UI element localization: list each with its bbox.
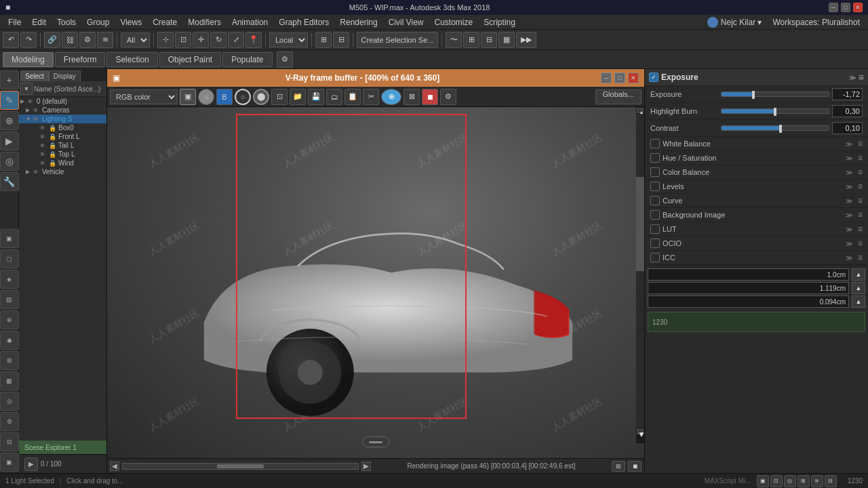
dope-sheet-button[interactable]: ⊞	[463, 32, 479, 48]
levels-checkbox[interactable]	[650, 182, 660, 191]
icc-menu[interactable]: ≡	[858, 253, 863, 262]
hscroll-left[interactable]: ◀	[110, 462, 119, 471]
contrast-value[interactable]: 0,10	[832, 122, 863, 134]
scene-tree[interactable]: ▶ 👁 0 (default) ▶ 👁 Cameras ▼ 👁 Lighting…	[19, 97, 106, 441]
menu-create[interactable]: Create	[147, 16, 182, 28]
select-region-button[interactable]: ⊡	[175, 32, 191, 48]
vray-titlebar[interactable]: ▣ V-Ray frame buffer - [400% of 640 x 36…	[107, 69, 644, 87]
curve-editor-button[interactable]: 〜	[446, 32, 462, 48]
close-button[interactable]: ✕	[853, 3, 863, 12]
vray-btn-10[interactable]: 📋	[344, 89, 361, 105]
vray-btn-11[interactable]: ✂	[363, 89, 379, 105]
move-button[interactable]: ✛	[193, 32, 209, 48]
tree-item-wind[interactable]: 👁 🔒 Wind	[19, 159, 106, 167]
extra-btn-4[interactable]: ▤	[0, 290, 19, 309]
minimize-button[interactable]: ─	[829, 3, 838, 12]
eye-icon-top[interactable]: 👁	[39, 151, 47, 158]
scroll-track[interactable]	[636, 114, 644, 428]
menu-graph-editors[interactable]: Graph Editors	[273, 16, 334, 28]
eye-icon-wind[interactable]: 👁	[39, 160, 47, 167]
prop-spinner-3-up[interactable]: ▲	[852, 296, 865, 308]
modify-icon[interactable]: ✎	[0, 91, 19, 110]
tree-item-0-default[interactable]: ▶ 👁 0 (default)	[19, 97, 106, 106]
menu-tools[interactable]: Tools	[52, 16, 81, 28]
eye-icon-0[interactable]: 👁	[27, 98, 35, 105]
scale-button[interactable]: ⤢	[228, 32, 244, 48]
vray-btn-8[interactable]: 💾	[308, 89, 324, 105]
tab-populate[interactable]: Populate	[222, 52, 272, 67]
tab-selection[interactable]: Selection	[106, 52, 157, 67]
menu-animation[interactable]: Animation	[226, 16, 273, 28]
extra-btn-3[interactable]: ◈	[0, 270, 19, 289]
hue-saturation-expand[interactable]: ≫	[846, 155, 852, 162]
background-image-menu[interactable]: ≡	[858, 210, 863, 220]
white-balance-checkbox[interactable]	[650, 139, 660, 148]
menu-user[interactable]: Nejc Kilar ▾	[702, 16, 768, 29]
vray-minimize-button[interactable]: ─	[601, 73, 612, 83]
more-button[interactable]: ▶▶	[516, 32, 536, 48]
contrast-slider[interactable]	[721, 125, 829, 131]
extra-btn-5[interactable]: ⊕	[0, 310, 19, 329]
white-balance-expand[interactable]: ≫	[846, 140, 852, 148]
prop-value-1[interactable]: 1.0cm	[648, 268, 849, 281]
tree-item-cameras[interactable]: ▶ 👁 Cameras	[19, 106, 106, 115]
render-options-btn[interactable]: ⊞	[612, 461, 625, 472]
extra-btn-1[interactable]: ▣	[0, 229, 19, 248]
display-icon[interactable]: ◎	[0, 152, 19, 171]
prop-spinner-2-up[interactable]: ▲	[852, 282, 865, 294]
color-balance-checkbox[interactable]	[650, 167, 660, 177]
extra-btn-2[interactable]: ▢	[0, 249, 19, 268]
tree-item-lighting[interactable]: ▼ 👁 Lighting S	[19, 115, 106, 123]
select-object-button[interactable]: ⊹	[157, 32, 174, 48]
scene-explorer[interactable]: Scene Explorer 1	[19, 441, 106, 454]
color-mode-select[interactable]: RGB color	[110, 89, 178, 104]
create-selection-button[interactable]: Create Selection Se...	[357, 32, 438, 48]
extra-btn-12[interactable]: ▣	[0, 453, 19, 472]
ocio-expand[interactable]: ≫	[846, 240, 852, 247]
settings-button[interactable]: ⚙	[277, 52, 293, 68]
vray-btn-3[interactable]: B	[216, 89, 233, 105]
tab-object-paint[interactable]: Object Paint	[159, 52, 221, 67]
render-stop-btn[interactable]: ⏹	[628, 461, 642, 472]
status-btn-3[interactable]: ◎	[784, 475, 796, 487]
levels-menu[interactable]: ≡	[858, 182, 863, 191]
levels-expand[interactable]: ≫	[846, 183, 852, 190]
redo-button[interactable]: ↷	[20, 32, 37, 48]
vray-btn-5[interactable]: ⬤	[253, 89, 269, 105]
color-balance-expand[interactable]: ≫	[846, 169, 852, 176]
extra-btn-10[interactable]: ⚙	[0, 412, 19, 431]
extra-btn-7[interactable]: ⊞	[0, 351, 19, 370]
background-image-checkbox[interactable]	[650, 210, 660, 220]
layers-button[interactable]: ⊟	[481, 32, 497, 48]
menu-file[interactable]: File	[3, 16, 26, 28]
highlight-burn-slider[interactable]	[721, 108, 829, 114]
spacewarp-button[interactable]: ≋	[97, 32, 113, 48]
eye-icon-cameras[interactable]: 👁	[33, 107, 41, 114]
unlink-button[interactable]: ⛓	[62, 32, 78, 48]
vray-btn-12[interactable]: ⊕	[381, 89, 401, 105]
horizontal-scrollbar[interactable]	[122, 463, 359, 470]
hscroll-right[interactable]: ▶	[361, 462, 371, 471]
tab-select[interactable]: Select	[20, 70, 49, 81]
ribbon-button[interactable]: ▦	[498, 32, 515, 48]
vray-btn-1[interactable]: ▣	[180, 89, 196, 105]
create-icon[interactable]: +	[0, 70, 19, 89]
color-swatch[interactable]: 1230	[648, 312, 865, 332]
menu-scripting[interactable]: Scripting	[478, 16, 521, 28]
tab-modeling[interactable]: Modeling	[3, 52, 54, 67]
status-btn-6[interactable]: ⊟	[825, 475, 837, 487]
viewport-area[interactable]: 人人素材社区 人人素材社区 人人素材社区 人人素材社区 人人素材社区 人人素材社…	[107, 107, 644, 458]
placement-button[interactable]: 📍	[245, 32, 262, 48]
hue-saturation-checkbox[interactable]	[650, 153, 660, 163]
tree-item-vehicle[interactable]: ▶ 👁 Vehicle	[19, 167, 106, 176]
menu-views[interactable]: Views	[115, 16, 147, 28]
extra-btn-6[interactable]: ◉	[0, 331, 19, 350]
prop-value-3[interactable]: 0.094cm	[648, 296, 849, 308]
status-btn-5[interactable]: ≋	[811, 475, 823, 487]
tree-item-tail[interactable]: 👁 🔒 Tail L	[19, 141, 106, 150]
eye-icon-lighting[interactable]: 👁	[33, 116, 41, 123]
prop-value-2[interactable]: 1.119cm	[648, 282, 849, 294]
highlight-burn-value[interactable]: 0,30	[832, 105, 863, 117]
vray-btn-7[interactable]: 📁	[290, 89, 306, 105]
menu-edit[interactable]: Edit	[26, 16, 52, 28]
